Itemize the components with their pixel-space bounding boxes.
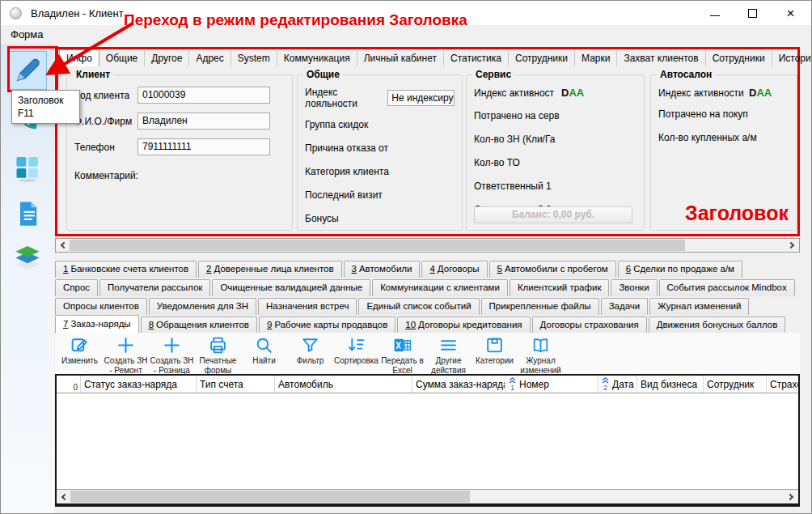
header-tab-strip: Инфо Общие Другое Адрес System Коммуника… (57, 49, 797, 66)
header-tab[interactable]: Другое (145, 50, 189, 66)
filter-icon (300, 335, 320, 355)
field-input[interactable]: 01000039 (137, 87, 270, 104)
toolbar-button[interactable]: Фильтр (287, 333, 333, 366)
detail-tab[interactable]: Движения бонусных баллов (649, 316, 786, 333)
header-tab[interactable]: System (231, 50, 277, 66)
field-input[interactable]: 7911111111 (137, 138, 270, 155)
toolbar-button[interactable]: Создать ЗН - Ремонт (103, 333, 149, 375)
header-tab[interactable]: Коммуникация (277, 50, 357, 66)
sidebar-documents-button[interactable] (8, 194, 47, 233)
loyalty-value[interactable]: Не индексируемый (387, 90, 455, 106)
sidebar-modules-button[interactable] (8, 149, 47, 188)
sidebar-edit-header-button[interactable] (8, 51, 47, 90)
detail-tab[interactable]: 5Автомобили с пробегом (489, 261, 616, 278)
detail-tab[interactable]: События рассылок Mindbox (659, 279, 795, 296)
close-button[interactable]: × (772, 1, 810, 25)
field-label: Причина отказа от (305, 142, 455, 154)
printer-icon (208, 335, 228, 355)
grid-column-header[interactable]: Тип счета (197, 376, 275, 393)
detail-tab[interactable]: Прикрепленные файлы (481, 298, 599, 315)
grid-body[interactable] (57, 393, 798, 489)
activity-value: D (749, 87, 756, 99)
scroll-right-icon[interactable] (785, 239, 799, 252)
detail-tab[interactable]: Получатели рассылок (99, 279, 210, 296)
scroll-right-icon[interactable] (785, 490, 798, 503)
detail-tab[interactable]: Договоры страхования (532, 316, 647, 333)
activity-label: Индекс активност (474, 87, 561, 99)
scroll-left-icon[interactable] (56, 239, 70, 252)
window-title: Владилен - Клиент (31, 7, 124, 19)
grid-column-header[interactable]: Статус заказ-наряда (81, 376, 197, 393)
detail-tab[interactable]: 7Заказ-наряды (55, 315, 139, 333)
toolbar-button[interactable]: Другие действия (425, 333, 472, 375)
detail-tab[interactable]: Коммуникации с клиентами (372, 279, 508, 296)
header-tab[interactable]: Инфо (59, 49, 99, 66)
field-input[interactable]: Владилен (137, 113, 270, 130)
excel-icon (392, 335, 412, 355)
grid-column-header[interactable]: Страхо (767, 376, 798, 393)
maximize-button[interactable] (734, 1, 772, 25)
detail-tab[interactable]: Журнал изменений (649, 298, 749, 315)
groupbox-client: Клиент Код клиента 01000039 Ф.И.О./Фирм … (66, 74, 293, 231)
toolbar-button[interactable]: Создать ЗН - Розница (149, 333, 195, 375)
detail-tab[interactable]: 9Рабочие карты продавцов (259, 316, 395, 333)
header-tab[interactable]: Общие (99, 50, 145, 66)
loyalty-label: Индекс лояльности (305, 87, 387, 109)
sidebar-layers-button[interactable] (8, 238, 47, 277)
detail-tab[interactable]: Единый список событий (358, 298, 479, 315)
grid-column-header[interactable]: Вид бизнеса (637, 376, 704, 393)
menu-forma[interactable]: Форма (5, 27, 49, 42)
header-tab[interactable]: Захват клиентов (617, 50, 705, 66)
toolbar-button[interactable]: Передать в Excel (379, 333, 425, 375)
detail-tab[interactable]: 8Обращения клиентов (141, 316, 257, 333)
detail-tab[interactable]: Клиентский трафик (510, 279, 610, 296)
detail-tab[interactable]: 1Банковские счета клиентов (55, 261, 197, 278)
detail-tab[interactable]: Задачи (601, 298, 649, 315)
toolbar-button[interactable]: Найти (241, 333, 287, 366)
scroll-left-icon[interactable] (57, 490, 70, 503)
close-icon: × (787, 6, 795, 20)
header-tab[interactable]: Адрес (189, 50, 230, 66)
detail-tab[interactable]: 10Договоры кредитования (397, 316, 530, 333)
toolbar-button[interactable]: Сортировка (333, 333, 379, 366)
detail-tabs-row4: 7Заказ-наряды 8Обращения клиентов 9Рабоч… (55, 315, 787, 333)
groupbox-service: Сервис Индекс активност D AA Потрачено н… (466, 74, 645, 231)
grid-column-header[interactable]: 1 Номер (505, 376, 598, 393)
header-tab[interactable]: Сотрудники (706, 50, 772, 66)
field-label: Потрачено на серв (474, 110, 636, 121)
field-label: Кол-во ЗН (Кли/Га (474, 134, 636, 145)
toolbar-button[interactable]: Категории (472, 333, 518, 366)
detail-tab[interactable]: Очищенные валидацией данные (212, 279, 370, 296)
toolbar-button[interactable]: Изменить (57, 333, 103, 366)
detail-tab[interactable]: Уведомления для ЗН (149, 298, 256, 315)
detail-tab[interactable]: 4Договоры (421, 261, 487, 278)
sort-indicator-icon: 2 (602, 377, 609, 392)
detail-tab[interactable]: 3Автомобили (344, 261, 421, 278)
detail-tab[interactable]: Звонки (611, 279, 657, 296)
header-tab[interactable]: Марки (575, 50, 617, 66)
minimize-button[interactable] (696, 1, 734, 25)
detail-tab[interactable]: Опросы клиентов (55, 298, 147, 315)
field-label: Группа скидок (305, 119, 455, 130)
scroll-thumb[interactable] (70, 491, 470, 503)
header-tab[interactable]: Сотрудники (509, 50, 575, 66)
header-tab[interactable]: Статистика (444, 50, 509, 66)
grid-hscrollbar[interactable] (57, 489, 798, 505)
actions-icon (438, 335, 459, 355)
header-tab[interactable]: Личный кабинет (357, 50, 444, 66)
header-tab[interactable]: История (772, 50, 812, 66)
detail-tab[interactable]: 6Сделки по продаже а/м (618, 261, 742, 278)
detail-tab[interactable]: 2Доверенные лица клиентов (198, 261, 341, 278)
tooltip-line1: Заголовок (18, 94, 74, 107)
toolbar-button[interactable]: Печатные формы (195, 333, 241, 375)
grid-column-header[interactable]: 2 Дата (598, 376, 637, 393)
groupbox-client-title: Клиент (73, 69, 113, 80)
grid-column-header[interactable]: Сумма заказ-наряда (412, 376, 505, 393)
toolbar-button[interactable]: Журнал изменений (518, 333, 564, 375)
comment-label: Комментарий: (74, 170, 138, 181)
detail-tab[interactable]: Назначения встреч (258, 298, 357, 315)
detail-tab[interactable]: Спрос (55, 279, 98, 296)
grid-column-header[interactable]: Сотрудник (704, 376, 767, 393)
grid-column-header[interactable]: Автомобиль (275, 376, 412, 393)
balance-button[interactable]: Баланс: 0,00 руб. (474, 206, 632, 223)
